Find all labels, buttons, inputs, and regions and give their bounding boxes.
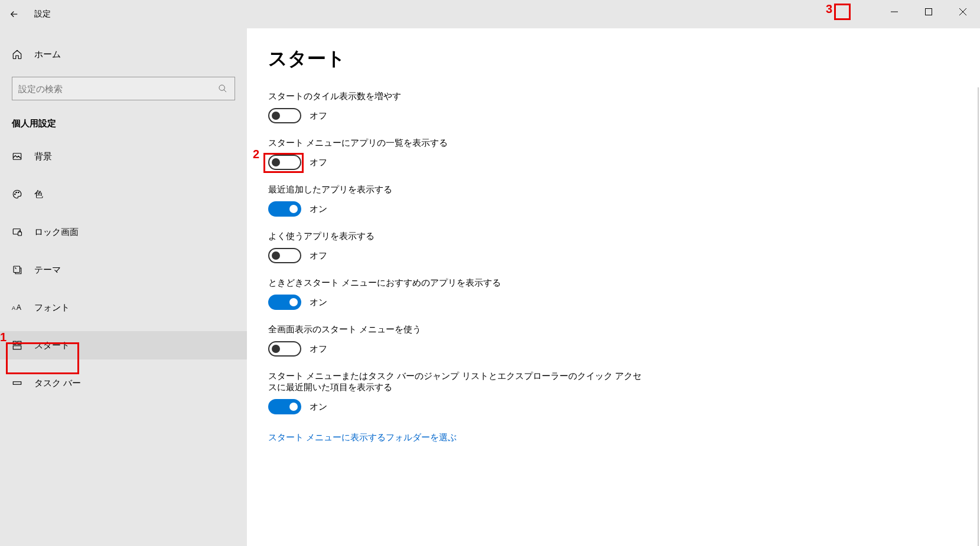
sidebar-item-fonts[interactable]: AA フォント [0, 293, 247, 322]
toggle-suggestions[interactable] [268, 295, 301, 310]
setting-label: スタート メニューにアプリの一覧を表示する [268, 138, 646, 149]
setting-fullscreen: 全画面表示のスタート メニューを使う オフ [268, 324, 646, 357]
svg-point-3 [15, 194, 16, 195]
svg-text:A: A [17, 303, 22, 312]
toggle-recently-added[interactable] [268, 201, 301, 217]
sidebar-item-label: テーマ [34, 264, 61, 276]
toggle-app-list[interactable] [268, 155, 301, 170]
toggle-more-tiles[interactable] [268, 108, 301, 123]
svg-rect-13 [13, 346, 21, 349]
sidebar-item-label: 色 [34, 189, 43, 200]
svg-rect-14 [13, 382, 21, 385]
sidebar-section-title: 個人用設定 [0, 115, 247, 142]
svg-point-5 [18, 192, 19, 193]
lockscreen-icon [12, 227, 26, 237]
window-title: 設定 [34, 9, 51, 19]
arrow-left-icon [9, 9, 19, 19]
sidebar-item-colors[interactable]: 色 [0, 180, 247, 208]
sidebar-home-label: ホーム [34, 49, 61, 60]
sidebar: ホーム 個人用設定 背景 色 ロック画面 テーマ [0, 28, 247, 546]
sidebar-item-lockscreen[interactable]: ロック画面 [0, 218, 247, 246]
setting-label: 全画面表示のスタート メニューを使う [268, 324, 646, 335]
toggle-state: オフ [310, 344, 327, 355]
setting-label: 最近追加したアプリを表示する [268, 184, 646, 195]
svg-text:A: A [12, 305, 16, 311]
back-button[interactable] [0, 0, 28, 28]
page-heading: スタート [268, 46, 959, 72]
setting-recently-added: 最近追加したアプリを表示する オン [268, 184, 646, 217]
close-button[interactable] [946, 0, 980, 24]
choose-folders-link[interactable]: スタート メニューに表示するフォルダーを選ぶ [268, 432, 457, 443]
minimize-button[interactable] [877, 0, 911, 24]
toggle-state: オフ [310, 110, 327, 122]
sidebar-item-label: タスク バー [34, 378, 81, 389]
font-icon: AA [12, 303, 26, 312]
svg-rect-8 [14, 266, 20, 273]
svg-rect-11 [13, 341, 16, 344]
sidebar-item-label: 背景 [34, 151, 52, 162]
sidebar-item-start[interactable]: スタート [0, 331, 247, 359]
setting-recent-items: スタート メニューまたはタスク バーのジャンプ リストとエクスプローラーのクイッ… [268, 371, 646, 414]
setting-label: スタートのタイル表示数を増やす [268, 91, 646, 102]
sidebar-item-label: スタート [34, 340, 70, 351]
vertical-scrollbar[interactable] [972, 28, 980, 546]
palette-icon [12, 189, 26, 200]
sidebar-item-taskbar[interactable]: タスク バー [0, 369, 247, 397]
search-input[interactable] [18, 84, 217, 94]
svg-rect-12 [18, 341, 21, 344]
svg-rect-7 [18, 232, 22, 236]
toggle-state: オフ [310, 157, 327, 168]
toggle-state: オン [310, 297, 327, 308]
setting-label: スタート メニューまたはタスク バーのジャンプ リストとエクスプローラーのクイッ… [268, 371, 646, 393]
toggle-most-used[interactable] [268, 248, 301, 263]
toggle-state: オフ [310, 250, 327, 261]
setting-app-list: スタート メニューにアプリの一覧を表示する オフ [268, 138, 646, 170]
svg-point-1 [219, 85, 224, 90]
picture-icon [12, 151, 26, 162]
toggle-state: オン [310, 204, 327, 215]
maximize-icon [924, 8, 933, 16]
sidebar-home[interactable]: ホーム [0, 40, 247, 68]
sidebar-item-label: フォント [34, 302, 70, 313]
setting-label: ときどきスタート メニューにおすすめのアプリを表示する [268, 277, 646, 289]
start-tiles-icon [12, 340, 26, 351]
close-icon [959, 8, 967, 16]
taskbar-icon [12, 378, 26, 388]
theme-icon [12, 264, 26, 275]
search-box[interactable] [12, 77, 235, 100]
sidebar-item-background[interactable]: 背景 [0, 142, 247, 171]
setting-most-used: よく使うアプリを表示する オフ [268, 231, 646, 263]
titlebar: 設定 [0, 0, 980, 28]
svg-point-4 [16, 192, 17, 193]
home-icon [12, 49, 26, 60]
svg-rect-0 [926, 9, 932, 15]
maximize-button[interactable] [911, 0, 946, 24]
sidebar-item-themes[interactable]: テーマ [0, 256, 247, 284]
setting-suggestions: ときどきスタート メニューにおすすめのアプリを表示する オン [268, 277, 646, 310]
content-area: スタート スタートのタイル表示数を増やす オフ スタート メニューにアプリの一覧… [247, 28, 980, 546]
search-icon [217, 84, 229, 93]
sidebar-item-label: ロック画面 [34, 227, 79, 238]
window-controls [877, 0, 980, 24]
toggle-recent-items[interactable] [268, 399, 301, 414]
toggle-state: オン [310, 401, 327, 413]
setting-label: よく使うアプリを表示する [268, 231, 646, 242]
toggle-fullscreen[interactable] [268, 341, 301, 357]
setting-more-tiles: スタートのタイル表示数を増やす オフ [268, 91, 646, 123]
minimize-icon [890, 8, 898, 16]
